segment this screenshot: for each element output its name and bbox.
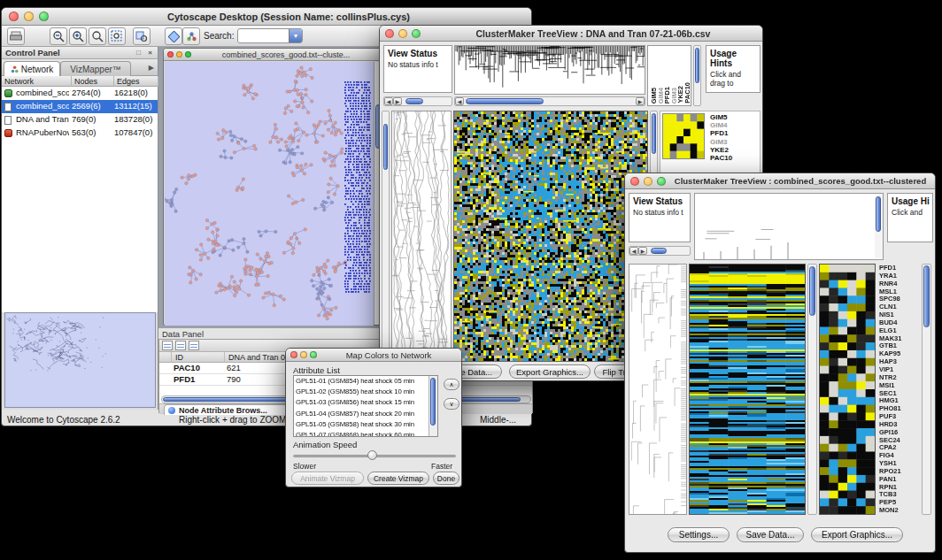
export-graphics-button[interactable]: Export Graphics... (509, 364, 591, 379)
move-down-button[interactable]: ∨ (444, 398, 459, 410)
maximize-icon[interactable] (310, 351, 317, 358)
maximize-icon[interactable] (185, 51, 191, 58)
gene-row-label[interactable]: GIM4 (710, 121, 758, 129)
col-id[interactable]: ID (172, 352, 225, 363)
search-combobox[interactable]: ▼ (237, 28, 303, 43)
scrollbar-thumb[interactable] (651, 248, 667, 254)
heatmap-vscrollbar[interactable] (807, 264, 817, 515)
close-icon[interactable] (167, 51, 174, 58)
network-view-title-bar[interactable]: combined_scores_good.txt--cluste... (164, 49, 382, 61)
scroll-left-icon[interactable]: ◀ (455, 97, 464, 105)
scrollbar-thumb[interactable] (466, 98, 544, 104)
settings-button[interactable]: Settings... (668, 527, 730, 542)
minimize-icon[interactable] (24, 12, 34, 21)
gene-row-label[interactable]: MON2 (879, 507, 920, 515)
close-icon[interactable] (385, 29, 394, 38)
select-attributes-button[interactable] (189, 341, 199, 350)
network-list-row[interactable]: DNA and Tran 07 769(0) 183728(0) (2, 113, 158, 127)
scroll-right-icon[interactable]: ▶ (638, 247, 647, 255)
global-heatmap-canvas[interactable] (690, 265, 805, 514)
zoom-selected-region-button[interactable] (133, 27, 151, 45)
main-title-bar[interactable]: Cytoscape Desktop (Session Name: collins… (2, 8, 531, 26)
gene-dendrogram-canvas[interactable] (629, 265, 686, 514)
mini-hscrollbar[interactable]: ◀ ▶ (629, 246, 691, 256)
attribute-list-item[interactable]: GPL51-01 (GSM854) heat shock 05 min (294, 376, 429, 387)
maximize-icon[interactable] (412, 29, 421, 38)
scroll-left-icon[interactable]: ◀ (384, 97, 393, 105)
zoom-heatmap-canvas[interactable] (820, 265, 875, 514)
mini-hscrollbar[interactable]: ◀ ▶ (383, 96, 452, 106)
minimize-icon[interactable] (644, 177, 652, 186)
animation-speed-slider[interactable] (293, 449, 456, 462)
scrollbar-thumb[interactable] (383, 124, 388, 170)
save-data-button[interactable]: Save Data... (737, 527, 804, 542)
maximize-icon[interactable] (39, 12, 49, 21)
attribute-list-item[interactable]: GPL51-02 (GSM855) heat shock 10 min (294, 387, 429, 397)
scroll-right-icon[interactable]: ▶ (393, 97, 402, 105)
global-heatmap-canvas[interactable] (454, 111, 647, 361)
col-network[interactable]: Network (2, 76, 72, 87)
scrollbar-thumb[interactable] (430, 378, 436, 426)
dock-panel-button[interactable] (175, 341, 186, 350)
minimize-icon[interactable] (300, 351, 307, 358)
print-button[interactable] (7, 27, 25, 45)
close-icon[interactable] (290, 351, 297, 358)
close-icon[interactable] (9, 12, 19, 21)
network-graph-canvas[interactable] (165, 62, 374, 326)
tab-overflow-icon[interactable]: ▶ (149, 64, 154, 72)
network-list-row[interactable]: RNAPuberNov2 563(0) 107847(0) (2, 127, 158, 140)
slider-thumb[interactable] (367, 450, 377, 460)
label-vscrollbar[interactable] (875, 195, 883, 258)
attribute-list-scrollbar[interactable] (429, 376, 437, 436)
create-vizmap-button[interactable]: Create Vizmap (367, 472, 429, 485)
zoom-fit-button[interactable] (108, 27, 126, 45)
snapshot-button[interactable] (182, 27, 200, 45)
minimize-icon[interactable] (398, 29, 407, 38)
annotation-button[interactable] (165, 27, 182, 45)
network-list-row[interactable]: combined_sco 2569(6) 13112(15) (2, 100, 158, 113)
attribute-list-item[interactable]: GPL51-04 (GSM857) heat shock 20 min (294, 409, 429, 419)
array-hscrollbar[interactable]: ◀ ▶ (454, 96, 645, 106)
done-button[interactable]: Done (433, 472, 459, 485)
attribute-list-item[interactable]: GPL51-07 (GSM868) heat shock 60 min (294, 430, 429, 437)
export-graphics-button[interactable]: Export Graphics... (811, 527, 903, 542)
scrollbar-thumb[interactable] (652, 113, 656, 154)
zoom-heatmap-canvas[interactable] (662, 113, 705, 159)
gene-vscrollbar[interactable] (382, 111, 390, 362)
gene-row-label[interactable]: PFD1 (710, 129, 758, 137)
zoom-out-button[interactable] (50, 27, 67, 45)
col-nodes[interactable]: Nodes (72, 76, 114, 87)
attribute-list[interactable]: GPL51-01 (GSM854) heat shock 05 minGPL51… (293, 375, 438, 437)
network-list-row[interactable]: combined_scores 2764(0) 16218(0) (2, 87, 158, 100)
maximize-icon[interactable] (657, 177, 666, 186)
dropdown-arrow-icon[interactable]: ▼ (289, 29, 302, 42)
close-icon[interactable] (630, 177, 639, 186)
dna-title-bar[interactable]: ClusterMaker TreeView : DNA and Tran 07-… (380, 26, 762, 42)
array-dendrogram-canvas[interactable] (455, 46, 645, 94)
scrollbar-thumb[interactable] (809, 266, 815, 316)
scrollbar-thumb[interactable] (695, 48, 699, 83)
move-up-button[interactable]: ∧ (444, 379, 459, 390)
float-panel-icon[interactable]: □ (134, 48, 143, 58)
gene-row-label[interactable]: GIM3 (710, 138, 758, 146)
gene-row-label[interactable]: YKE2 (710, 146, 758, 154)
scrollbar-thumb[interactable] (923, 265, 930, 327)
network-overview-thumbnail[interactable] (4, 312, 156, 408)
tab-network[interactable]: Network (4, 61, 60, 76)
combined-title-bar[interactable]: ClusterMaker TreeView : combined_scores_… (625, 173, 935, 189)
col-edges[interactable]: Edges (114, 76, 158, 87)
close-panel-icon[interactable]: × (145, 48, 155, 58)
label-vscrollbar[interactable] (693, 45, 701, 106)
dialog-title-bar[interactable]: Map Colors to Network (286, 349, 461, 362)
array-dendrogram-canvas[interactable] (695, 194, 797, 259)
zoom-actual-size-button[interactable] (89, 27, 106, 45)
scrollbar-thumb[interactable] (405, 98, 423, 104)
attribute-list-item[interactable]: GPL51-05 (GSM858) heat shock 30 min (294, 419, 429, 430)
gene-row-label[interactable]: PAC10 (710, 154, 758, 162)
gene-dendrogram-canvas[interactable] (392, 111, 451, 361)
minimize-icon[interactable] (176, 51, 182, 58)
scroll-left-icon[interactable]: ◀ (629, 247, 638, 255)
attribute-list-item[interactable]: GPL51-03 (GSM856) heat shock 15 min (294, 397, 429, 408)
scrollbar-thumb[interactable] (876, 196, 881, 232)
scroll-right-icon[interactable]: ▶ (636, 97, 645, 105)
